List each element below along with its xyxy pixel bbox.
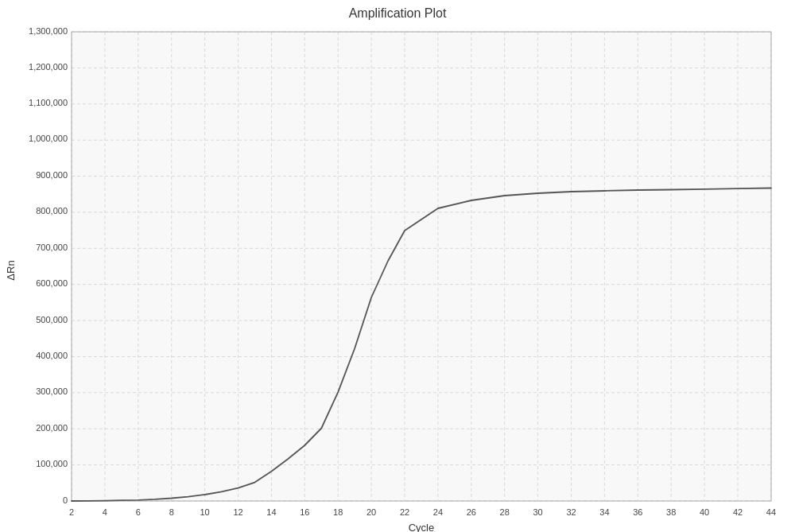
chart-title: Amplification Plot (0, 0, 795, 24)
x-label-10: 10 (200, 507, 209, 517)
x-label-2: 2 (69, 507, 74, 517)
y-label-700k: 700,000 (36, 243, 68, 252)
y-label-800k: 800,000 (36, 206, 68, 216)
x-label-40: 40 (700, 507, 709, 517)
x-label-4: 4 (103, 507, 107, 517)
y-label-400k: 400,000 (36, 351, 68, 360)
y-label-100k: 100,000 (36, 459, 68, 468)
x-label-6: 6 (136, 507, 141, 517)
y-label-300k: 300,000 (36, 386, 68, 396)
x-label-28: 28 (500, 507, 510, 517)
x-label-44: 44 (766, 507, 776, 517)
y-label-600k: 600,000 (36, 278, 68, 288)
y-label-1300k: 1,300,000 (29, 26, 68, 36)
x-axis-labels: 2 4 6 8 10 12 14 16 18 20 22 24 26 28 30… (69, 507, 776, 517)
x-label-12: 12 (233, 507, 242, 517)
x-label-18: 18 (333, 507, 343, 517)
x-label-16: 16 (300, 507, 309, 517)
x-label-22: 22 (400, 507, 409, 517)
x-label-20: 20 (366, 507, 376, 517)
y-label-1200k: 1,200,000 (29, 62, 68, 72)
x-label-24: 24 (433, 507, 443, 517)
x-label-36: 36 (633, 507, 642, 517)
x-label-42: 42 (733, 507, 743, 517)
y-axis-labels: 0 100,000 200,000 300,000 400,000 500,00… (29, 26, 68, 505)
y-label-1100k: 1,100,000 (29, 98, 68, 107)
y-label-0: 0 (63, 495, 68, 505)
x-label-14: 14 (266, 507, 276, 517)
amplification-plot-svg: 0 100,000 200,000 300,000 400,000 500,00… (0, 24, 795, 532)
y-label-900k: 900,000 (36, 170, 68, 180)
y-label-500k: 500,000 (36, 315, 68, 324)
x-label-32: 32 (566, 507, 576, 517)
chart-container: Amplification Plot (0, 0, 795, 532)
y-label-1000k: 1,000,000 (29, 134, 68, 143)
x-label-34: 34 (599, 507, 609, 517)
x-label-38: 38 (666, 507, 676, 517)
chart-bg (72, 32, 771, 501)
y-label-200k: 200,000 (36, 423, 68, 433)
x-label-30: 30 (533, 507, 542, 517)
x-label-26: 26 (467, 507, 476, 517)
y-axis-title: ΔRn (5, 260, 17, 280)
x-axis-title: Cycle (409, 522, 435, 532)
x-label-8: 8 (169, 507, 174, 517)
